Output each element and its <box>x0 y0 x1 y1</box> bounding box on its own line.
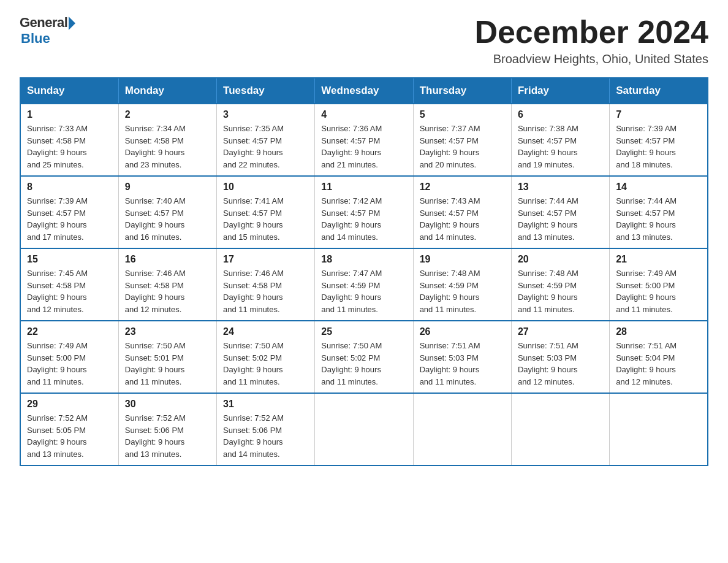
daylight-label: Daylight: 9 hoursand 25 minutes. <box>27 148 87 169</box>
calendar-cell <box>413 393 511 465</box>
sunset-label: Sunset: 4:57 PM <box>616 209 675 218</box>
sunrise-label: Sunrise: 7:35 AM <box>223 124 284 133</box>
daylight-label: Daylight: 9 hoursand 11 minutes. <box>518 293 578 314</box>
title-block: December 2024 Broadview Heights, Ohio, U… <box>474 15 708 66</box>
day-number: 13 <box>518 182 603 193</box>
week-row-4: 22 Sunrise: 7:49 AM Sunset: 5:00 PM Dayl… <box>20 321 708 393</box>
day-info: Sunrise: 7:45 AM Sunset: 4:58 PM Dayligh… <box>27 267 112 315</box>
daylight-label: Daylight: 9 hoursand 11 minutes. <box>223 365 283 386</box>
day-info: Sunrise: 7:52 AM Sunset: 5:06 PM Dayligh… <box>223 412 308 460</box>
sunrise-label: Sunrise: 7:45 AM <box>27 269 88 278</box>
day-info: Sunrise: 7:47 AM Sunset: 4:59 PM Dayligh… <box>321 267 406 315</box>
calendar-cell: 11 Sunrise: 7:42 AM Sunset: 4:57 PM Dayl… <box>315 176 413 248</box>
day-number: 7 <box>616 109 701 120</box>
sunset-label: Sunset: 4:58 PM <box>125 281 184 290</box>
daylight-label: Daylight: 9 hoursand 14 minutes. <box>223 437 283 459</box>
sunset-label: Sunset: 5:00 PM <box>27 353 86 362</box>
sunrise-label: Sunrise: 7:52 AM <box>27 413 88 423</box>
day-number: 31 <box>223 399 308 410</box>
week-row-5: 29 Sunrise: 7:52 AM Sunset: 5:05 PM Dayl… <box>20 393 708 465</box>
calendar-cell: 6 Sunrise: 7:38 AM Sunset: 4:57 PM Dayli… <box>511 104 609 176</box>
logo: General Blue <box>20 15 75 47</box>
day-info: Sunrise: 7:49 AM Sunset: 5:00 PM Dayligh… <box>27 340 112 388</box>
sunrise-label: Sunrise: 7:44 AM <box>518 196 578 205</box>
calendar-cell: 23 Sunrise: 7:50 AM Sunset: 5:01 PM Dayl… <box>118 321 216 393</box>
daylight-label: Daylight: 9 hoursand 13 minutes. <box>125 437 185 459</box>
week-row-3: 15 Sunrise: 7:45 AM Sunset: 4:58 PM Dayl… <box>20 248 708 321</box>
sunrise-label: Sunrise: 7:50 AM <box>321 341 382 350</box>
sunrise-label: Sunrise: 7:46 AM <box>125 269 186 278</box>
calendar-cell: 31 Sunrise: 7:52 AM Sunset: 5:06 PM Dayl… <box>217 393 315 465</box>
day-info: Sunrise: 7:37 AM Sunset: 4:57 PM Dayligh… <box>420 123 505 170</box>
sunrise-label: Sunrise: 7:51 AM <box>420 341 480 350</box>
sunset-label: Sunset: 5:01 PM <box>125 353 184 362</box>
day-info: Sunrise: 7:46 AM Sunset: 4:58 PM Dayligh… <box>125 267 210 315</box>
daylight-label: Daylight: 9 hoursand 12 minutes. <box>27 293 87 314</box>
day-info: Sunrise: 7:41 AM Sunset: 4:57 PM Dayligh… <box>223 195 308 243</box>
calendar-cell: 19 Sunrise: 7:48 AM Sunset: 4:59 PM Dayl… <box>413 248 511 321</box>
day-number: 29 <box>27 399 112 410</box>
day-number: 5 <box>420 109 505 120</box>
day-number: 20 <box>518 254 603 265</box>
day-headers-row: SundayMondayTuesdayWednesdayThursdayFrid… <box>20 78 708 104</box>
sunrise-label: Sunrise: 7:33 AM <box>27 124 88 133</box>
day-info: Sunrise: 7:48 AM Sunset: 4:59 PM Dayligh… <box>518 267 603 315</box>
day-info: Sunrise: 7:43 AM Sunset: 4:57 PM Dayligh… <box>420 195 505 243</box>
sunset-label: Sunset: 4:57 PM <box>223 136 282 145</box>
day-number: 10 <box>223 182 308 193</box>
sunset-label: Sunset: 5:03 PM <box>420 353 479 362</box>
sunset-label: Sunset: 4:57 PM <box>321 136 380 145</box>
sunrise-label: Sunrise: 7:36 AM <box>321 124 382 133</box>
daylight-label: Daylight: 9 hoursand 11 minutes. <box>616 293 676 314</box>
calendar-cell: 1 Sunrise: 7:33 AM Sunset: 4:58 PM Dayli… <box>20 104 118 176</box>
day-info: Sunrise: 7:38 AM Sunset: 4:57 PM Dayligh… <box>518 123 603 170</box>
sunrise-label: Sunrise: 7:34 AM <box>125 124 186 133</box>
logo-blue-text: Blue <box>21 31 50 47</box>
sunset-label: Sunset: 4:58 PM <box>223 281 282 290</box>
day-number: 1 <box>27 109 112 120</box>
day-number: 27 <box>518 326 603 337</box>
day-info: Sunrise: 7:50 AM Sunset: 5:02 PM Dayligh… <box>321 340 406 388</box>
calendar-cell <box>315 393 413 465</box>
day-info: Sunrise: 7:52 AM Sunset: 5:05 PM Dayligh… <box>27 412 112 460</box>
day-number: 9 <box>125 182 210 193</box>
calendar-cell: 3 Sunrise: 7:35 AM Sunset: 4:57 PM Dayli… <box>217 104 315 176</box>
sunset-label: Sunset: 4:59 PM <box>518 281 577 290</box>
day-number: 14 <box>616 182 701 193</box>
day-number: 15 <box>27 254 112 265</box>
daylight-label: Daylight: 9 hoursand 11 minutes. <box>223 293 283 314</box>
sunrise-label: Sunrise: 7:46 AM <box>223 269 284 278</box>
daylight-label: Daylight: 9 hoursand 14 minutes. <box>420 220 480 242</box>
sunrise-label: Sunrise: 7:41 AM <box>223 196 284 205</box>
sunrise-label: Sunrise: 7:51 AM <box>616 341 677 350</box>
day-header-sunday: Sunday <box>20 78 118 104</box>
calendar-cell: 29 Sunrise: 7:52 AM Sunset: 5:05 PM Dayl… <box>20 393 118 465</box>
location-subtitle: Broadview Heights, Ohio, United States <box>474 52 708 66</box>
sunset-label: Sunset: 5:06 PM <box>223 426 282 435</box>
sunset-label: Sunset: 4:57 PM <box>321 209 380 218</box>
calendar-cell <box>511 393 609 465</box>
calendar-cell: 20 Sunrise: 7:48 AM Sunset: 4:59 PM Dayl… <box>511 248 609 321</box>
calendar-cell: 27 Sunrise: 7:51 AM Sunset: 5:03 PM Dayl… <box>511 321 609 393</box>
day-number: 26 <box>420 326 505 337</box>
day-info: Sunrise: 7:42 AM Sunset: 4:57 PM Dayligh… <box>321 195 406 243</box>
sunset-label: Sunset: 4:57 PM <box>616 136 675 145</box>
sunrise-label: Sunrise: 7:43 AM <box>420 196 480 205</box>
sunrise-label: Sunrise: 7:44 AM <box>616 196 677 205</box>
sunset-label: Sunset: 5:05 PM <box>27 426 86 435</box>
day-number: 16 <box>125 254 210 265</box>
sunrise-label: Sunrise: 7:38 AM <box>518 124 578 133</box>
sunset-label: Sunset: 5:04 PM <box>616 353 675 362</box>
sunset-label: Sunset: 5:00 PM <box>616 281 675 290</box>
sunrise-label: Sunrise: 7:50 AM <box>125 341 186 350</box>
day-info: Sunrise: 7:50 AM Sunset: 5:02 PM Dayligh… <box>223 340 308 388</box>
sunrise-label: Sunrise: 7:40 AM <box>125 196 186 205</box>
sunset-label: Sunset: 4:58 PM <box>125 136 184 145</box>
calendar-cell: 26 Sunrise: 7:51 AM Sunset: 5:03 PM Dayl… <box>413 321 511 393</box>
logo-arrow-icon <box>69 17 75 30</box>
sunrise-label: Sunrise: 7:42 AM <box>321 196 382 205</box>
daylight-label: Daylight: 9 hoursand 21 minutes. <box>321 148 381 169</box>
sunrise-label: Sunrise: 7:47 AM <box>321 269 382 278</box>
day-info: Sunrise: 7:44 AM Sunset: 4:57 PM Dayligh… <box>518 195 603 243</box>
day-number: 6 <box>518 109 603 120</box>
